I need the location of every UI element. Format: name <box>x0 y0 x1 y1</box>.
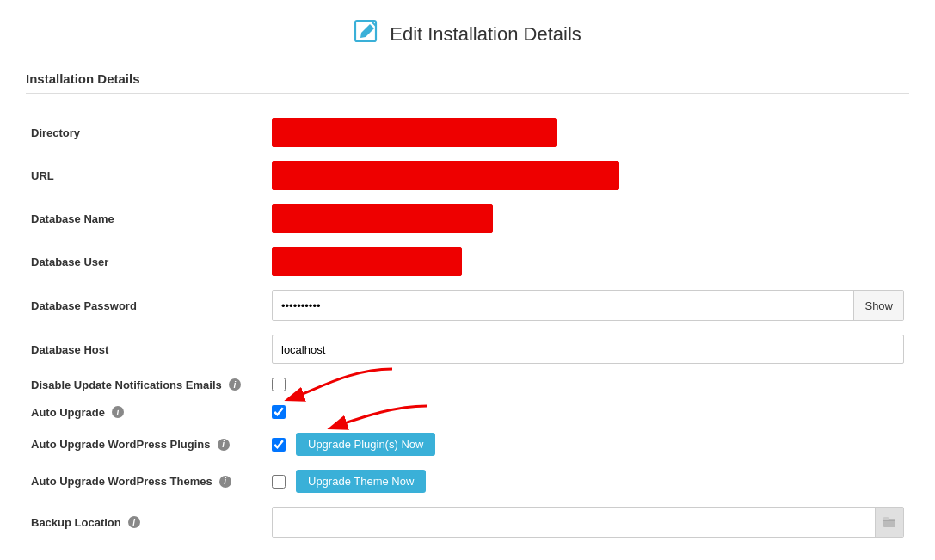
page-title: Edit Installation Details <box>390 23 581 46</box>
db-password-input[interactable]: •••••••••• <box>273 291 853 320</box>
installation-form: Directory URL Database Name <box>26 111 909 545</box>
disable-notifications-label: Disable Update Notifications Emails i <box>26 371 267 398</box>
db-name-row: Database Name <box>26 197 909 240</box>
auto-upgrade-plugins-info-icon[interactable]: i <box>218 439 230 451</box>
show-password-button[interactable]: Show <box>853 291 903 320</box>
auto-upgrade-plugins-checkbox[interactable] <box>272 438 286 452</box>
db-name-input[interactable] <box>272 204 493 233</box>
auto-upgrade-label: Auto Upgrade i <box>26 398 267 426</box>
auto-upgrade-plugins-row: Auto Upgrade WordPress Plugins i Upgrade… <box>26 426 909 463</box>
password-wrapper: •••••••••• Show <box>272 290 904 321</box>
db-password-row: Database Password •••••••••• Show <box>26 283 909 328</box>
folder-icon <box>883 515 896 529</box>
auto-upgrade-plugins-label: Auto Upgrade WordPress Plugins i <box>26 426 267 463</box>
auto-upgrade-themes-label: Auto Upgrade WordPress Themes i <box>26 463 267 500</box>
db-host-label: Database Host <box>26 328 267 371</box>
disable-notifications-row: Disable Update Notifications Emails i <box>26 371 909 398</box>
svg-rect-2 <box>883 517 889 520</box>
backup-location-info-icon[interactable]: i <box>128 516 140 528</box>
db-user-row: Database User <box>26 240 909 283</box>
backup-input-wrapper <box>272 507 904 538</box>
page-header: Edit Installation Details <box>26 17 909 51</box>
url-input[interactable] <box>272 161 619 190</box>
backup-location-label: Backup Location i <box>26 500 267 545</box>
disable-notifications-cell <box>272 378 904 391</box>
auto-upgrade-themes-info-icon[interactable]: i <box>219 476 231 488</box>
auto-upgrade-info-icon[interactable]: i <box>112 406 124 418</box>
auto-upgrade-themes-checkbox[interactable] <box>272 475 286 489</box>
directory-input[interactable] <box>272 118 557 147</box>
auto-upgrade-cell <box>272 405 904 419</box>
disable-notifications-info-icon[interactable]: i <box>229 378 241 391</box>
db-user-input[interactable] <box>272 247 462 276</box>
db-name-label: Database Name <box>26 197 267 240</box>
db-host-input[interactable] <box>272 335 904 364</box>
backup-browse-button[interactable] <box>875 508 903 537</box>
directory-label: Directory <box>26 111 267 154</box>
auto-upgrade-plugins-cell: Upgrade Plugin(s) Now <box>272 433 904 456</box>
upgrade-theme-button[interactable]: Upgrade Theme Now <box>296 470 426 493</box>
auto-upgrade-row: Auto Upgrade i <box>26 398 909 426</box>
db-password-label: Database Password <box>26 283 267 328</box>
backup-location-row: Backup Location i <box>26 500 909 545</box>
upgrade-plugins-button[interactable]: Upgrade Plugin(s) Now <box>296 433 435 456</box>
auto-upgrade-checkbox[interactable] <box>272 405 286 419</box>
url-row: URL <box>26 154 909 197</box>
directory-row: Directory <box>26 111 909 154</box>
edit-icon <box>354 17 381 51</box>
section-title: Installation Details <box>26 71 909 94</box>
db-user-label: Database User <box>26 240 267 283</box>
url-label: URL <box>26 154 267 197</box>
disable-notifications-checkbox[interactable] <box>272 378 286 391</box>
auto-upgrade-themes-cell: Upgrade Theme Now <box>272 470 904 493</box>
backup-location-input[interactable] <box>273 508 875 537</box>
db-host-row: Database Host <box>26 328 909 371</box>
auto-upgrade-themes-row: Auto Upgrade WordPress Themes i Upgrade … <box>26 463 909 500</box>
